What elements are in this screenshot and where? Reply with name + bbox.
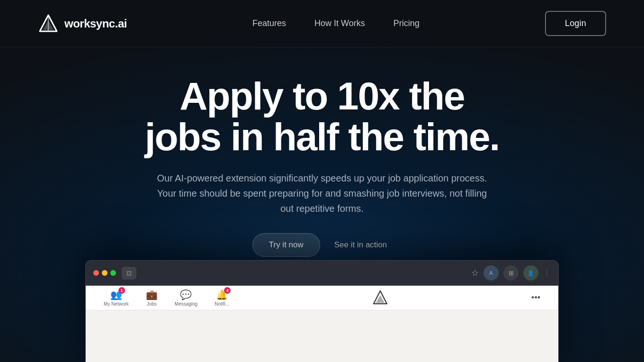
menu-dots-icon[interactable]: ⋮: [543, 269, 551, 278]
linkedin-nav-more[interactable]: •••: [523, 289, 549, 307]
hero-section: Apply to 10x the jobs in half the time. …: [0, 47, 644, 266]
hero-title: Apply to 10x the jobs in half the time.: [62, 76, 582, 157]
brand-logo[interactable]: worksync.ai: [38, 13, 127, 34]
network-icon: 👥 1: [110, 289, 122, 300]
browser-content: 👥 1 My Network 💼 Jobs 💬 Messaging: [86, 286, 558, 362]
avatar-icon: 👤: [523, 265, 538, 281]
browser-mockup: ⊡ ☆ A ⊞ 👤 ⋮: [85, 260, 559, 362]
chrome-controls: [93, 270, 116, 276]
jobs-label: Jobs: [147, 301, 157, 307]
try-it-now-button[interactable]: Try it now: [252, 233, 320, 257]
linkedin-nav-notifications[interactable]: 🔔 4 Notifi...: [206, 285, 238, 310]
messaging-icon: 💬: [180, 289, 192, 300]
hero-title-line1: Apply to 10x the: [179, 74, 464, 118]
cast-icon: ⊡: [126, 270, 132, 277]
login-button[interactable]: Login: [545, 11, 606, 36]
linkedin-nav-jobs[interactable]: 💼 Jobs: [137, 285, 166, 310]
linkedin-nav-network[interactable]: 👥 1 My Network: [95, 285, 137, 310]
hero-subtitle: Our AI-powered extension significantly s…: [156, 171, 488, 216]
browser-chrome: ⊡ ☆ A ⊞ 👤 ⋮: [86, 261, 558, 286]
main-nav: worksync.ai Features How It Works Pricin…: [0, 0, 644, 47]
page-body-area: [86, 310, 558, 362]
see-it-in-action-button[interactable]: See it in action: [330, 234, 392, 256]
chrome-maximize-dot: [110, 270, 116, 276]
star-icon: ☆: [471, 268, 479, 278]
profile-icon: A: [483, 265, 499, 281]
notifications-icon: 🔔 4: [216, 289, 228, 300]
hero-content: Apply to 10x the jobs in half the time. …: [0, 47, 644, 266]
extensions-icon: ⊞: [503, 265, 519, 281]
hero-title-line2: jobs in half the time.: [62, 117, 582, 157]
logo-icon: [38, 13, 59, 34]
more-icon: •••: [531, 293, 540, 303]
nav-links: Features How It Works Pricing: [252, 18, 420, 28]
brand-name: worksync.ai: [64, 17, 127, 30]
notifications-label: Notifi...: [215, 301, 229, 307]
cast-icon-area: ⊡: [122, 267, 136, 280]
linkedin-nav-messaging[interactable]: 💬 Messaging: [166, 285, 206, 310]
messaging-label: Messaging: [175, 301, 197, 307]
nav-features[interactable]: Features: [252, 18, 286, 28]
chrome-minimize-dot: [102, 270, 107, 276]
linkedin-nav: 👥 1 My Network 💼 Jobs 💬 Messaging: [86, 286, 558, 310]
worksync-extension-icon: [238, 286, 523, 310]
nav-how-it-works[interactable]: How It Works: [314, 18, 365, 28]
chrome-right-icons: ☆ A ⊞ 👤 ⋮: [471, 265, 551, 281]
chrome-close-dot: [93, 270, 99, 276]
nav-pricing[interactable]: Pricing: [394, 18, 420, 28]
network-label: My Network: [104, 301, 129, 307]
notifications-badge: 4: [224, 287, 231, 294]
hero-cta-group: Try it now See it in action: [0, 233, 644, 257]
worksync-small-logo-icon: [372, 290, 389, 307]
network-badge: 1: [118, 287, 125, 294]
jobs-icon: 💼: [146, 289, 158, 300]
browser-mockup-wrapper: ⊡ ☆ A ⊞ 👤 ⋮: [85, 260, 559, 362]
